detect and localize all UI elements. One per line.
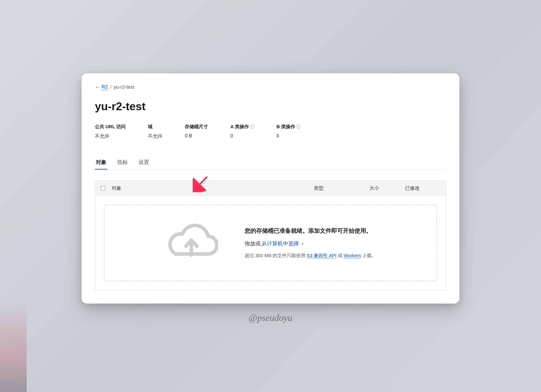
breadcrumb-current: yu-r2-test — [114, 84, 134, 90]
breadcrumb: ← R2 / yu-r2-test — [95, 84, 446, 90]
stat-value: 0 — [276, 133, 301, 139]
chevron-right-icon: › — [302, 240, 303, 247]
stat-label: 存储桶尺寸 — [185, 124, 208, 130]
workers-link[interactable]: Workers — [344, 253, 361, 258]
dropzone-hint: 超过 300 MB 的文件只能使用 S3 兼容性 API 或 Workers 上… — [245, 253, 376, 259]
breadcrumb-separator: / — [110, 84, 111, 90]
tabs: 对象 指标 设置 — [95, 155, 446, 170]
watermark: @pseudoyu — [249, 312, 292, 323]
stat-value: 不允许 — [95, 133, 125, 139]
dropzone-title: 您的存储桶已准备就绪。添加文件即可开始使用。 — [245, 227, 376, 235]
stat-bucket-size: 存储桶尺寸 0 B — [185, 124, 208, 139]
dropzone-text: 您的存储桶已准备就绪。添加文件即可开始使用。 拖放或 从计算机中选择 › 超过 … — [245, 227, 376, 259]
cloud-upload-icon — [165, 223, 218, 263]
th-size: 大小 — [369, 185, 405, 191]
info-icon[interactable]: i — [250, 125, 254, 129]
stat-class-a: A 类操作 i 0 — [230, 124, 254, 139]
tab-objects[interactable]: 对象 — [95, 155, 107, 170]
select-all-checkbox[interactable] — [100, 186, 105, 191]
back-arrow-icon[interactable]: ← — [95, 84, 100, 90]
stat-label: 域 — [148, 124, 162, 130]
dropzone-action: 拖放或 从计算机中选择 › — [245, 240, 376, 247]
stat-domain: 域 不允许 — [148, 124, 162, 139]
select-from-computer-link[interactable]: 从计算机中选择 — [262, 240, 299, 247]
stat-label: A 类操作 i — [230, 124, 254, 130]
stat-class-b: B 类操作 i 0 — [276, 124, 301, 139]
upload-dropzone[interactable]: 您的存储桶已准备就绪。添加文件即可开始使用。 拖放或 从计算机中选择 › 超过 … — [104, 205, 437, 281]
th-modified: 已修改 — [405, 185, 441, 191]
stat-value: 0 — [230, 133, 254, 139]
th-checkbox — [100, 186, 112, 191]
stat-value: 不允许 — [148, 133, 162, 139]
table-header-row: 对象 类型 大小 已修改 — [95, 181, 446, 196]
drag-prefix: 拖放或 — [245, 240, 261, 247]
page-title: yu-r2-test — [95, 100, 446, 113]
info-icon[interactable]: i — [297, 125, 301, 129]
hint-prefix: 超过 300 MB 的文件只能使用 — [245, 253, 307, 258]
breadcrumb-back-link[interactable]: R2 — [102, 84, 108, 90]
hint-mid: 或 — [337, 253, 344, 258]
s3-api-link[interactable]: S3 兼容性 API — [307, 253, 337, 258]
stat-label-text: A 类操作 — [230, 124, 249, 130]
stat-value: 0 B — [185, 133, 208, 139]
hint-suffix: 上载。 — [361, 253, 376, 258]
stat-public-url: 公共 URL 访问 不允许 — [95, 124, 125, 139]
tab-metrics[interactable]: 指标 — [116, 155, 129, 170]
tab-settings[interactable]: 设置 — [138, 155, 150, 170]
stat-label: B 类操作 i — [276, 124, 301, 130]
th-type: 类型 — [314, 185, 369, 191]
stat-label: 公共 URL 访问 — [95, 124, 125, 130]
objects-table: 对象 类型 大小 已修改 您的存储桶已准备就绪。添加文件即可开始使用。 拖放或 … — [95, 181, 446, 290]
stats-row: 公共 URL 访问 不允许 域 不允许 存储桶尺寸 0 B A 类操作 i 0 … — [95, 124, 446, 139]
main-card: ← R2 / yu-r2-test yu-r2-test 公共 URL 访问 不… — [82, 73, 459, 304]
th-name: 对象 — [112, 185, 314, 191]
stat-label-text: B 类操作 — [276, 124, 295, 130]
